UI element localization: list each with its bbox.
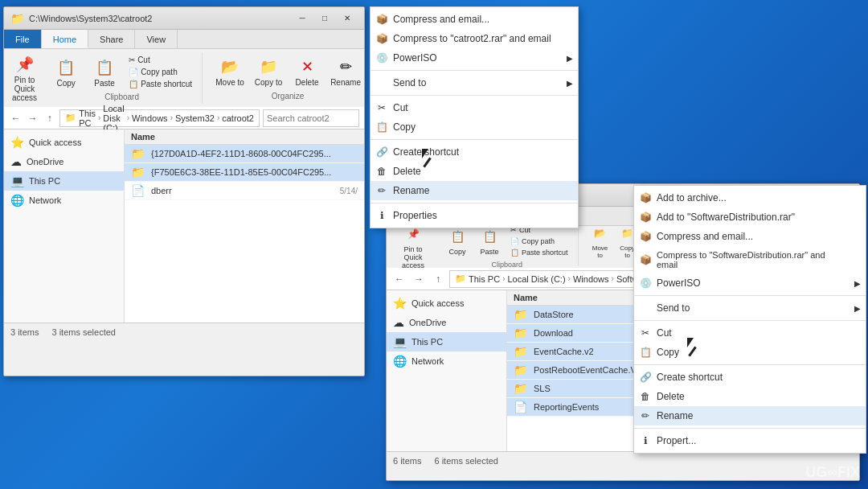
ctx-properties-1[interactable]: ℹ Properties — [371, 206, 578, 225]
delete-button-1[interactable]: ✕ Delete — [289, 55, 325, 88]
ctx-poweriso-2[interactable]: 💿 PowerISO ▶ — [634, 273, 866, 293]
status-items-1: 3 items — [10, 327, 39, 337]
folder-icon-ec: 📁 — [514, 345, 527, 358]
paste-shortcut-button-1[interactable]: 📋 Paste shortcut — [125, 79, 195, 89]
sidebar-item-onedrive-2[interactable]: ☁ OneDrive — [387, 313, 506, 332]
small-clipboard-1: ✂ Cut 📄 Copy path 📋 Paste shortcut — [125, 55, 195, 89]
sidebar-item-quick-access-1[interactable]: ⭐ Quick access — [4, 133, 124, 152]
cut-button-1[interactable]: ✂ Cut — [125, 55, 195, 65]
ctx-delete-1[interactable]: 🗑 Delete — [371, 162, 578, 181]
paste-shortcut-button-2[interactable]: 📋 Paste shortcut — [507, 248, 571, 257]
ctx-add-rar-2[interactable]: 📦 Add to "SoftwareDistribution.rar" — [634, 208, 866, 227]
tab-view-1[interactable]: View — [135, 30, 178, 48]
paste-button-1[interactable]: 📋 Paste — [87, 56, 122, 89]
ctx-rename-2[interactable]: ✏ Rename — [634, 406, 866, 425]
paste-shortcut-icon-2: 📋 — [510, 249, 519, 257]
compress-rar-icon-2: 📦 — [639, 254, 652, 265]
star-icon-2: ⭐ — [393, 297, 407, 310]
copy-to-button-1[interactable]: 📁 Copy to — [251, 55, 286, 88]
tab-home-1[interactable]: Home — [42, 30, 88, 48]
up-button-2[interactable]: ↑ — [430, 271, 446, 287]
ctx-sep-4 — [371, 203, 578, 203]
copy-path-button-1[interactable]: 📄 Copy path — [125, 67, 195, 77]
ctx-compress-email-2[interactable]: 📦 Compress and email... — [634, 227, 866, 246]
clipboard-items-1: 📋 Copy 📋 Paste ✂ Cut 📄 — [48, 55, 195, 89]
forward-button-1[interactable]: → — [26, 110, 39, 126]
back-button-2[interactable]: ← — [391, 271, 407, 287]
arrow-icon-1: ▶ — [567, 54, 573, 63]
ctx-sep2-4 — [634, 428, 866, 429]
minimize-button-1[interactable]: ─ — [292, 10, 313, 27]
ctx-create-shortcut-1[interactable]: 🔗 Create shortcut — [371, 142, 578, 162]
ctx-compress-rar-2[interactable]: 📦 Compress to "SoftwareDistribution.rar"… — [634, 246, 866, 273]
ctx-delete-2[interactable]: 🗑 Delete — [634, 387, 866, 406]
back-button-1[interactable]: ← — [9, 110, 23, 126]
up-button-1[interactable]: ↑ — [43, 110, 56, 126]
info-icon-2: ℹ — [639, 435, 652, 446]
breadcrumb-1[interactable]: 📁 This PC › Local Disk (C:) › Windows › … — [59, 109, 260, 127]
context-menu-2: 📦 Add to archive... 📦 Add to "SoftwareDi… — [633, 185, 866, 454]
sidebar-item-thispc-2[interactable]: 💻 This PC — [387, 332, 506, 351]
ctx-create-shortcut-2[interactable]: 🔗 Create shortcut — [634, 368, 866, 387]
move-to-button-1[interactable]: 📂 Move to — [212, 55, 248, 88]
ctx-poweriso-1[interactable]: 💿 PowerISO ▶ — [371, 48, 578, 68]
file-list-area-1: ⭐ Quick access ☁ OneDrive 💻 This PC 🌐 Ne… — [4, 129, 364, 323]
ctx-compress-email-1[interactable]: 📦 Compress and email... — [371, 10, 578, 29]
ctx-send-to-1[interactable]: Send to ▶ — [371, 73, 578, 92]
forward-button-2[interactable]: → — [411, 271, 427, 287]
ctx-add-archive-2[interactable]: 📦 Add to archive... — [634, 188, 866, 208]
clipboard-group-2: 📋 Copy 📋 Paste ✂ Cut 📄 Copy path — [436, 228, 579, 266]
ctx-compress-rar-1[interactable]: 📦 Compress to "catroot2.rar" and email — [371, 29, 578, 48]
ctx-sep2-2 — [634, 320, 866, 321]
sidebar-item-network-1[interactable]: 🌐 Network — [4, 191, 124, 210]
star-icon-1: ⭐ — [10, 136, 24, 149]
ctx-sep-3 — [371, 139, 578, 140]
paste-icon-1: 📋 — [95, 58, 114, 77]
copy-button-1[interactable]: 📋 Copy — [48, 56, 84, 89]
sidebar-item-network-2[interactable]: 🌐 Network — [387, 351, 506, 371]
search-input-1[interactable] — [263, 109, 359, 127]
edit-icon-1: ✏ — [375, 185, 388, 196]
copy-button-2[interactable]: 📋 Copy — [443, 225, 472, 257]
maximize-button-1[interactable]: □ — [314, 10, 335, 27]
table-row[interactable]: 📄 dberr 5/14/ — [125, 182, 364, 200]
table-row[interactable]: 📁 {F750E6C3-38EE-11D1-85E5-00C04FC295... — [125, 163, 364, 182]
rename-button-1[interactable]: ✏ Rename — [328, 55, 363, 88]
sidebar-item-quick-access-2[interactable]: ⭐ Quick access — [387, 294, 506, 313]
pin-to-quick-access-button-2[interactable]: 📌 Pin to Quick access — [393, 223, 433, 271]
tab-file-1[interactable]: File — [4, 30, 42, 48]
trash-icon-1: 🗑 — [375, 166, 388, 177]
sidebar-item-onedrive-1[interactable]: ☁ OneDrive — [4, 152, 124, 171]
status-bar-1: 3 items 3 items selected — [4, 323, 364, 340]
file-icon-row3: 📄 — [131, 184, 145, 197]
edit-icon-2: ✏ — [639, 410, 652, 421]
ctx-rename-1[interactable]: ✏ Rename — [371, 181, 578, 200]
status-bar-2: 6 items 6 items selected — [387, 451, 859, 469]
context-menu-1: 📦 Compress and email... 📦 Compress to "c… — [370, 6, 579, 228]
ctx-cut-2[interactable]: ✂ Cut — [634, 323, 866, 343]
address-bar-1: ← → ↑ 📁 This PC › Local Disk (C:) › Wind… — [4, 107, 364, 129]
ribbon-tabs-1: File Home Share View — [4, 30, 364, 49]
copy-path-icon-1: 📄 — [129, 68, 138, 76]
ctx-properties-2[interactable]: ℹ Propert... — [634, 431, 866, 450]
sidebar-item-thispc-1[interactable]: 💻 This PC — [4, 171, 124, 191]
ctx-cut-1[interactable]: ✂ Cut — [371, 98, 578, 117]
copy-icon-2: 📋 — [448, 227, 467, 246]
pin-to-quick-access-button[interactable]: 📌 Pin to Quick access — [10, 53, 39, 104]
close-button-1[interactable]: ✕ — [337, 10, 358, 27]
paste-button-2[interactable]: 📋 Paste — [475, 225, 504, 257]
copy-icon-ctx-1: 📋 — [375, 121, 388, 133]
move-to-button-2[interactable]: 📂 Move to — [588, 222, 612, 261]
copy-path-button-2[interactable]: 📄 Copy path — [507, 236, 571, 246]
network-icon-1: 🌐 — [10, 194, 24, 207]
rar-icon-1: 📦 — [375, 33, 388, 44]
ctx-copy-1[interactable]: 📋 Copy — [371, 117, 578, 137]
tab-share-1[interactable]: Share — [88, 30, 135, 48]
ctx-send-to-2[interactable]: Send to ▶ — [634, 298, 866, 318]
arrow-icon-2: ▶ — [854, 279, 861, 288]
ctx-copy-2[interactable]: 📋 Copy — [634, 343, 866, 362]
table-row[interactable]: 📁 {127D0A1D-4EF2-11D1-8608-00C04FC295... — [125, 145, 364, 163]
copy-icon-1: 📋 — [56, 58, 76, 77]
shortcut-icon-2: 🔗 — [639, 372, 652, 383]
folder-title-icon: 📁 — [10, 12, 24, 25]
